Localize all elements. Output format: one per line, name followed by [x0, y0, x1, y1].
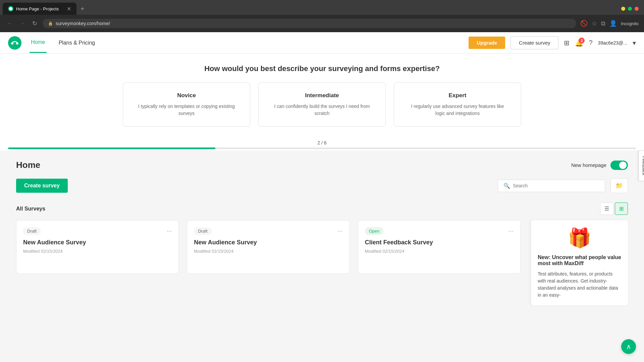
chevron-down-icon: ▾	[633, 39, 636, 47]
novice-desc: I typically rely on templates or copying…	[137, 103, 236, 117]
survey-card[interactable]: Draft ··· New Audience Survey Modified 0…	[187, 220, 350, 274]
main-actions: Create survey 🔍 📁	[16, 178, 628, 193]
folder-icon: 📁	[615, 182, 623, 189]
maxdiff-icon: 🎁	[568, 227, 591, 249]
side-panel-desc: Test attributes, features, or products w…	[538, 270, 621, 299]
tab-favicon	[8, 6, 13, 11]
reload-button[interactable]: ↻	[31, 18, 39, 28]
side-panel: 🎁 New: Uncover what people value most wi…	[531, 220, 628, 305]
side-panel-icon: 🎁	[538, 227, 621, 249]
card-title: New Audience Survey	[23, 239, 172, 246]
app: Home Plans & Pricing Upgrade Create surv…	[0, 32, 644, 352]
maximize-button[interactable]	[628, 7, 632, 11]
card-header: Draft ···	[23, 227, 172, 235]
survey-cards: Draft ··· New Audience Survey Modified 0…	[16, 220, 521, 274]
card-date: Modified 02/15/2024	[194, 249, 342, 254]
expert-desc: I regularly use advanced survey features…	[408, 103, 507, 117]
new-homepage-toggle: New homepage	[571, 161, 628, 170]
list-view-button[interactable]: ☰	[600, 202, 613, 215]
expertise-card-intermediate[interactable]: Intermediate I can confidently build the…	[258, 82, 386, 127]
card-menu-button[interactable]: ···	[167, 228, 172, 235]
close-button[interactable]	[635, 7, 639, 11]
svg-point-0	[9, 7, 12, 10]
grid-icon: ⊞	[564, 39, 570, 47]
create-survey-main-button[interactable]: Create survey	[16, 179, 68, 193]
browser-chrome: Home Page - Projects ✕ + ← → ↻ 🔒 surveym…	[0, 0, 644, 32]
folder-button[interactable]: 📁	[610, 178, 628, 193]
survey-cards-wrapper: Draft ··· New Audience Survey Modified 0…	[16, 220, 628, 274]
back-button[interactable]: ←	[5, 19, 14, 28]
expertise-card-expert[interactable]: Expert I regularly use advanced survey f…	[394, 82, 521, 127]
nav-right: Upgrade Create survey ⊞ 🔔 2 ? 39ac6e23@.…	[469, 36, 636, 49]
search-input[interactable]	[513, 183, 599, 188]
forward-button[interactable]: →	[18, 19, 27, 28]
progress-label: 2 / 6	[8, 140, 636, 145]
card-date: Modified 02/15/2024	[365, 249, 514, 254]
lock-icon: 🔒	[48, 21, 53, 26]
card-menu-button[interactable]: ···	[338, 228, 343, 235]
create-survey-nav-button[interactable]: Create survey	[511, 36, 558, 49]
card-menu-button[interactable]: ···	[508, 228, 514, 235]
svg-point-3	[16, 43, 18, 45]
top-nav: Home Plans & Pricing Upgrade Create surv…	[0, 32, 644, 54]
expertise-card-novice[interactable]: Novice I typically rely on templates or …	[123, 82, 250, 127]
toolbar-right: 🚫 ☆ ⧉ 👤 Incognito	[580, 20, 639, 27]
intermediate-desc: I can confidently build the surveys I ne…	[272, 103, 372, 117]
tab-close-button[interactable]: ✕	[67, 6, 71, 12]
card-header: Open ···	[365, 227, 514, 235]
help-button[interactable]: ?	[589, 39, 592, 47]
nav-home[interactable]: Home	[30, 33, 47, 53]
question-icon: ?	[589, 39, 592, 46]
new-tab-button[interactable]: +	[78, 4, 87, 14]
list-icon: ☰	[604, 206, 609, 212]
user-email[interactable]: 39ac6e23@...	[598, 40, 627, 46]
notifications-button[interactable]: 🔔 2	[575, 39, 583, 47]
camera-off-icon[interactable]: 🚫	[580, 20, 588, 27]
profile-icon[interactable]: 👤	[609, 20, 617, 27]
progress-bar-bg	[8, 147, 636, 149]
upgrade-button[interactable]: Upgrade	[469, 37, 505, 49]
search-icon: 🔍	[503, 183, 510, 189]
view-toggle: ☰ ⊞	[600, 202, 628, 215]
status-badge: Open	[365, 227, 384, 235]
nav-links: Home Plans & Pricing	[30, 33, 96, 53]
toggle-slider	[610, 161, 628, 170]
main-header: Home New homepage	[16, 160, 628, 170]
browser-toolbar: ← → ↻ 🔒 surveymonkey.com/home/ 🚫 ☆ ⧉ 👤 I…	[0, 15, 644, 32]
nav-plans-pricing[interactable]: Plans & Pricing	[57, 33, 97, 53]
toggle-switch[interactable]	[610, 161, 628, 170]
search-box[interactable]: 🔍	[498, 180, 605, 192]
chevron-up-icon: ∧	[626, 343, 631, 351]
feedback-tab[interactable]: Feedback	[639, 150, 644, 181]
apps-button[interactable]: ⊞	[564, 39, 570, 47]
expert-title: Expert	[408, 92, 507, 99]
star-icon[interactable]: ☆	[592, 20, 597, 27]
main-title: Home	[16, 160, 40, 170]
svg-point-1	[8, 36, 21, 50]
expertise-section: How would you best describe your surveyi…	[0, 54, 644, 137]
user-menu-button[interactable]: ▾	[633, 39, 636, 47]
status-badge: Draft	[23, 227, 41, 235]
survey-card[interactable]: Open ··· Client Feedback Survey Modified…	[358, 220, 521, 274]
incognito-label: Incognito	[621, 21, 639, 26]
notification-badge: 2	[579, 38, 585, 44]
url-text: surveymonkey.com/home/	[56, 21, 110, 26]
logo[interactable]	[8, 36, 21, 50]
card-header: Draft ···	[194, 227, 342, 235]
minimize-button[interactable]	[621, 7, 625, 11]
tab-title: Home Page - Projects	[16, 6, 59, 11]
browser-tab-active[interactable]: Home Page - Projects ✕	[3, 3, 76, 15]
survey-card[interactable]: Draft ··· New Audience Survey Modified 0…	[16, 220, 179, 274]
extensions-icon[interactable]: ⧉	[601, 20, 605, 27]
address-bar[interactable]: 🔒 surveymonkey.com/home/	[43, 19, 576, 28]
scroll-to-top-button[interactable]: ∧	[621, 339, 636, 354]
card-title: New Audience Survey	[194, 239, 342, 246]
svg-point-2	[11, 43, 13, 45]
grid-view-button[interactable]: ⊞	[615, 202, 628, 215]
new-homepage-label: New homepage	[571, 162, 606, 168]
side-panel-title: New: Uncover what people value most with…	[538, 254, 621, 266]
all-surveys-label: All Surveys	[16, 206, 45, 212]
main-content: Home New homepage Create survey 🔍 📁 All	[0, 150, 644, 352]
progress-bar-fill	[8, 147, 215, 149]
novice-title: Novice	[137, 92, 236, 99]
